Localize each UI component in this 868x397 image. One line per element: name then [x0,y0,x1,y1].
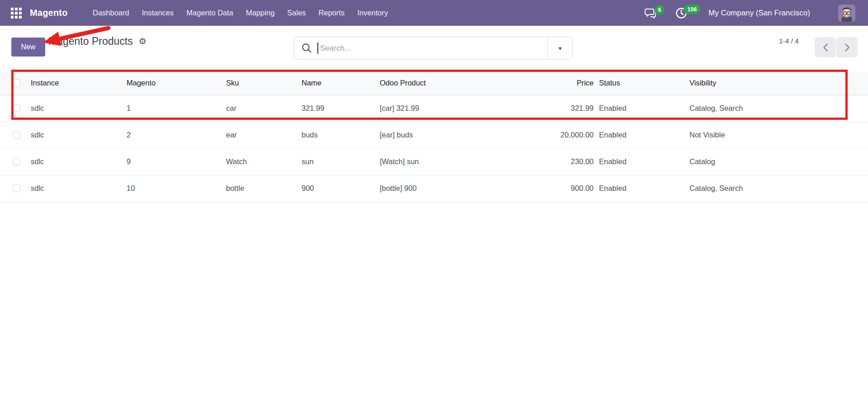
products-list: Instance Magento Sku Name Odoo Product P… [0,71,868,202]
cell-magento[interactable]: 2 [121,122,221,148]
cell-status[interactable]: Enabled [594,95,684,122]
table-header-row: Instance Magento Sku Name Odoo Product P… [0,71,868,95]
table-row[interactable]: sdlc 10 bottle 900 [bottle] 900 900.00 E… [0,175,868,202]
search-dropdown-toggle[interactable]: ▼ [547,37,572,59]
cell-odoo-product[interactable]: [Watch] sun [374,148,492,175]
cell-name[interactable]: 321.99 [296,95,374,122]
column-header-visibility[interactable]: Visibility [684,71,868,95]
cell-visibility[interactable]: Catalog [684,148,868,175]
nav-item-inventory[interactable]: Inventory [357,0,388,26]
cell-visibility[interactable]: Not Visible [684,122,868,148]
column-header-status[interactable]: Status [594,71,684,95]
chevron-left-icon [823,43,828,52]
cell-instance[interactable]: sdlc [25,175,121,202]
page-title: Magento Products [48,35,133,47]
cell-name[interactable]: sun [296,148,374,175]
cell-instance[interactable]: sdlc [25,122,121,148]
new-button[interactable]: New [11,38,45,57]
search-icon [301,43,312,54]
row-checkbox[interactable] [13,158,20,165]
pager-previous-button[interactable] [815,37,836,57]
cell-sku[interactable]: Watch [221,148,296,175]
search-input[interactable] [318,44,572,53]
app-brand[interactable]: Magento [30,0,68,26]
pager-range: 1-4 / 4 [779,26,799,57]
control-panel: New Magento Products ⚙ ▼ 1-4 / 4 [0,26,868,57]
column-header-magento[interactable]: Magento [121,71,221,95]
cell-instance[interactable]: sdlc [25,95,121,122]
cell-price[interactable]: 230.00 [492,148,594,175]
pager [815,37,858,57]
column-header-instance[interactable]: Instance [25,71,121,95]
cell-status[interactable]: Enabled [594,175,684,202]
column-header-odoo-product[interactable]: Odoo Product [374,71,492,95]
nav-item-sales[interactable]: Sales [287,0,306,26]
nav-menu: Dashboard Instances Magento Data Mapping… [93,0,388,26]
cell-sku[interactable]: car [221,95,296,122]
user-avatar[interactable] [838,5,855,22]
top-navbar: Magento Dashboard Instances Magento Data… [0,0,868,26]
nav-item-dashboard[interactable]: Dashboard [93,0,129,26]
cell-odoo-product[interactable]: [ear] buds [374,122,492,148]
cell-name[interactable]: buds [296,122,374,148]
column-header-price[interactable]: Price [492,71,594,95]
cell-odoo-product[interactable]: [bottle] 900 [374,175,492,202]
table-row[interactable]: sdlc 9 Watch sun [Watch] sun 230.00 Enab… [0,148,868,175]
table-row[interactable]: sdlc 1 car 321.99 [car] 321.99 321.99 En… [0,95,868,122]
cell-magento[interactable]: 9 [121,148,221,175]
cell-visibility[interactable]: Catalog, Search [684,95,868,122]
magento-products-page: Magento Dashboard Instances Magento Data… [0,0,868,397]
messages-badge: 6 [655,5,665,15]
nav-item-mapping[interactable]: Mapping [246,0,274,26]
cell-price[interactable]: 900.00 [492,175,594,202]
activities-badge: 106 [684,5,701,14]
cell-instance[interactable]: sdlc [25,148,121,175]
select-all-checkbox[interactable] [13,79,20,87]
gear-icon[interactable]: ⚙ [139,37,146,46]
cell-price[interactable]: 321.99 [492,95,594,122]
nav-item-magento-data[interactable]: Magento Data [186,0,233,26]
cell-name[interactable]: 900 [296,175,374,202]
cell-sku[interactable]: ear [221,122,296,148]
row-checkbox[interactable] [13,131,20,139]
row-checkbox[interactable] [13,184,20,192]
apps-grid-icon[interactable] [11,8,22,19]
company-switcher[interactable]: My Company (San Francisco) [708,0,810,26]
cell-sku[interactable]: bottle [221,175,296,202]
column-header-sku[interactable]: Sku [221,71,296,95]
caret-down-icon: ▼ [558,46,563,51]
column-header-name[interactable]: Name [296,71,374,95]
nav-item-instances[interactable]: Instances [142,0,174,26]
row-checkbox[interactable] [13,104,20,112]
cell-odoo-product[interactable]: [car] 321.99 [374,95,492,122]
pager-next-button[interactable] [836,37,858,57]
search-bar: ▼ [294,37,573,60]
cell-status[interactable]: Enabled [594,148,684,175]
cell-magento[interactable]: 1 [121,95,221,122]
cell-price[interactable]: 20,000.00 [492,122,594,148]
breadcrumb: Magento Products ⚙ [48,26,146,57]
cell-status[interactable]: Enabled [594,122,684,148]
cell-visibility[interactable]: Catalog, Search [684,175,868,202]
chevron-right-icon [844,43,850,52]
cell-magento[interactable]: 10 [121,175,221,202]
table-row[interactable]: sdlc 2 ear buds [ear] buds 20,000.00 Ena… [0,122,868,148]
nav-item-reports[interactable]: Reports [319,0,345,26]
